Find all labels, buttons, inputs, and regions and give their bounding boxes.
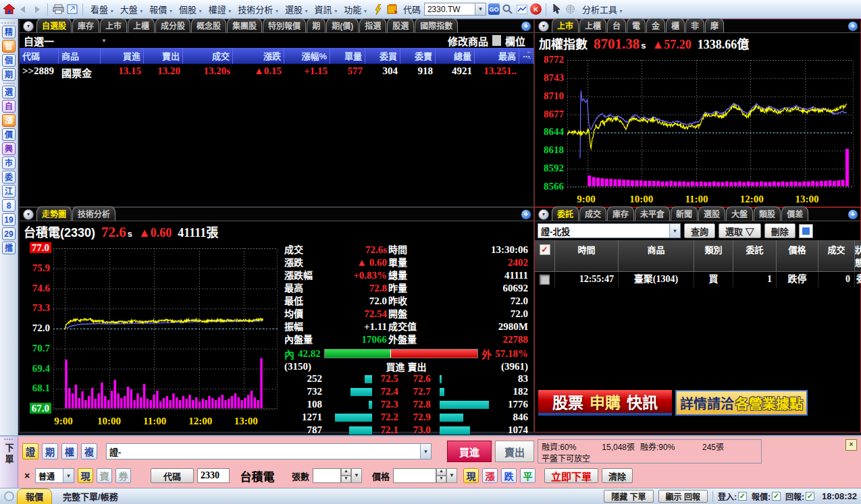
index-tab[interactable]: 上市	[552, 18, 579, 32]
market-type-button[interactable]: 期	[42, 443, 58, 459]
ask-price[interactable]: 72.6	[406, 373, 438, 385]
watchlist-header-cell[interactable]: 總量	[436, 48, 475, 64]
watchlist-cell[interactable]: 577	[330, 64, 365, 81]
watchlist-group-select[interactable]: 自選一	[24, 34, 54, 48]
popup-window-icon[interactable]	[66, 3, 78, 16]
checkbox[interactable]	[540, 275, 550, 285]
row-close-icon[interactable]: ×	[22, 470, 32, 481]
spin-down-icon[interactable]: ▼	[341, 476, 351, 483]
sidebar-item[interactable]: 擂	[2, 242, 16, 254]
magnify-icon[interactable]: +	[521, 210, 531, 219]
watchlist-header-cell[interactable]: 成交	[183, 48, 233, 64]
check-icon[interactable]: ✓	[806, 492, 814, 501]
orders-cell[interactable]: 1	[733, 272, 777, 287]
watchlist-tab[interactable]: 上櫃	[128, 18, 155, 32]
orders-tab[interactable]: 未平倉	[635, 206, 670, 221]
menubar-menu[interactable]: 功能 ▾	[340, 1, 370, 17]
watchlist-cell[interactable]: >>2889	[20, 64, 59, 81]
watchlist-header-cell[interactable]: 買進	[101, 48, 144, 64]
sidebar-item[interactable]: 19	[2, 213, 16, 226]
orders-tab[interactable]: 新聞	[671, 206, 698, 221]
scroll-arrows-icon[interactable]: ←→	[526, 49, 532, 61]
forward-icon[interactable]	[31, 3, 43, 16]
code-input[interactable]: 2330	[197, 468, 230, 483]
book-row[interactable]: 10872.372.81776	[284, 398, 528, 411]
buy-button[interactable]: 買進	[447, 441, 492, 462]
drag-grip[interactable]: ••••	[4, 438, 14, 441]
quantity-stepper[interactable]: ▲▼ ▼	[313, 468, 362, 483]
watchlist-header-cell[interactable]: 漲幅%	[284, 48, 330, 64]
index-tab[interactable]: 上櫃	[579, 18, 606, 32]
trade-type-button[interactable]: 資	[97, 468, 112, 483]
submit-order-button[interactable]: 立即下單	[544, 468, 598, 483]
chevron-down-icon[interactable]: ▼	[420, 444, 431, 459]
orders-select-all[interactable]: ✓	[535, 240, 555, 272]
sidebar-item[interactable]: 精	[2, 26, 16, 38]
chevron-down-icon[interactable]: ▼	[63, 469, 74, 482]
menubar-menu[interactable]: 技術分析 ▾	[234, 1, 282, 17]
index-intraday-chart[interactable]	[566, 55, 856, 191]
watchlist-cell[interactable]: ▲0.15	[233, 64, 284, 81]
market-type-button[interactable]: 權	[61, 443, 78, 459]
watchlist-tab[interactable]: 特別報價	[263, 18, 306, 32]
index-tab[interactable]: 電	[627, 18, 646, 32]
chevron-down-icon[interactable]: ▼	[669, 224, 680, 237]
orders-cell[interactable]: 買	[694, 272, 733, 287]
orderpad-icon[interactable]	[386, 3, 398, 16]
magnify-icon[interactable]: +	[848, 22, 858, 31]
ipo-news-banner[interactable]: 股票申購快訊	[538, 390, 672, 416]
bid-price[interactable]: 72.1	[373, 424, 406, 436]
sidebar-item[interactable]: 29	[2, 227, 16, 240]
book-row[interactable]: 25272.572.683	[284, 372, 528, 385]
menubar-menu[interactable]: 選股 ▾	[282, 1, 311, 17]
ask-price[interactable]: 72.9	[406, 412, 438, 423]
magnify-icon[interactable]: +	[521, 22, 531, 31]
watchlist-header-cell[interactable]: 漲跌	[233, 48, 284, 64]
code-button[interactable]: 代碼	[151, 468, 194, 483]
watchlist-tab[interactable]: 股選	[387, 18, 414, 32]
order-type-select[interactable]: 普通 ▼	[35, 468, 74, 483]
sidebar-item[interactable]: 個	[2, 54, 16, 67]
check-icon[interactable]: ✓	[772, 492, 781, 501]
price-type-button[interactable]: 漲	[482, 468, 498, 483]
menubar-menu[interactable]: 個股 ▾	[176, 1, 205, 17]
orders-tab[interactable]: 價差	[781, 206, 808, 221]
watchlist-header-cell[interactable]: 賣出	[144, 48, 183, 64]
code-combobox[interactable]: 2330.TW ▼	[424, 3, 486, 16]
panel-menu-button[interactable]: ▼	[23, 209, 34, 220]
watchlist-header-cell[interactable]: 代碼	[20, 48, 59, 64]
search-icon[interactable]	[502, 3, 514, 16]
clear-button[interactable]: 清除	[602, 468, 633, 483]
bid-price[interactable]: 72.5	[373, 373, 406, 385]
watchlist-cell[interactable]: 4921	[436, 64, 475, 81]
orders-tab[interactable]: 委託	[552, 206, 579, 221]
globe-icon[interactable]	[565, 3, 577, 16]
ask-price[interactable]: 72.7	[406, 386, 438, 397]
qty-input[interactable]	[313, 468, 341, 483]
watchlist-tab[interactable]: 國際指數	[415, 18, 458, 32]
orders-tab[interactable]: 選股	[698, 206, 725, 221]
hide-order-button[interactable]: 隱藏 下單	[604, 490, 653, 503]
index-tab[interactable]: 金	[646, 18, 665, 32]
price-type-button[interactable]: 跌	[501, 468, 517, 483]
delete-button[interactable]: 刪除	[764, 223, 795, 238]
book-row[interactable]: 127172.272.9846	[284, 411, 528, 424]
orders-cell[interactable]: 跌停	[777, 272, 818, 287]
watchlist-tab[interactable]: 期(價)	[326, 18, 359, 32]
orders-cell[interactable]: 臺聚(1304)	[619, 272, 694, 287]
menubar-menu[interactable]: 權證 ▾	[205, 1, 235, 17]
account-select[interactable]: 證-北投 ▼	[538, 223, 681, 238]
ask-price[interactable]: 73.0	[406, 424, 438, 436]
check-icon[interactable]: ✓	[738, 492, 747, 501]
price-stepper[interactable]: ▲▼ ▼	[393, 468, 457, 483]
trend-chart-icon[interactable]	[516, 3, 528, 16]
sidebar-item[interactable]: 價	[2, 128, 16, 141]
watchlist-tab[interactable]: 指選	[359, 18, 386, 32]
show-report-button[interactable]: 顯示 回報	[658, 490, 708, 503]
sidebar-item[interactable]: 興	[2, 142, 16, 155]
menubar-menu[interactable]: 資訊 ▾	[311, 1, 341, 17]
drag-grip[interactable]: •••••	[1, 21, 16, 24]
sidebar-item[interactable]: 期	[2, 68, 16, 81]
menubar-menu[interactable]: 看盤 ▾	[87, 1, 117, 17]
orders-header-cell[interactable]: 類別	[694, 240, 733, 272]
